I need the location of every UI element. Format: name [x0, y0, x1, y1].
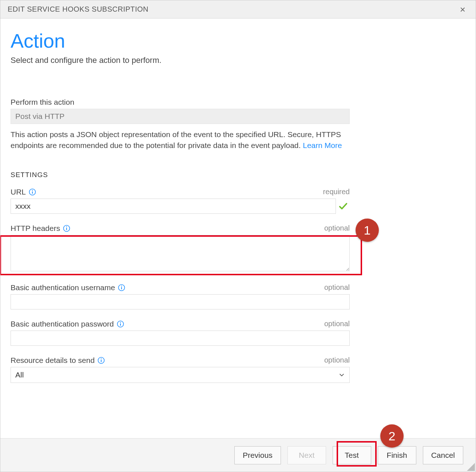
action-field: Perform this action Post via HTTP This a… [11, 98, 350, 151]
headers-hint: optional [324, 224, 350, 232]
info-icon[interactable] [118, 284, 125, 291]
page-title: Action [11, 29, 465, 52]
username-input[interactable] [11, 294, 350, 309]
svg-point-5 [66, 226, 67, 227]
username-field: Basic authentication username optional [11, 283, 350, 309]
svg-point-8 [121, 285, 122, 286]
info-icon[interactable] [29, 188, 36, 196]
finish-button[interactable]: Finish [378, 446, 416, 464]
password-label: Basic authentication password [11, 320, 114, 328]
info-icon[interactable] [117, 320, 124, 328]
resource-select[interactable]: All [11, 367, 350, 383]
svg-rect-13 [101, 360, 102, 362]
info-icon[interactable] [63, 225, 70, 232]
svg-rect-1 [32, 191, 33, 193]
info-icon[interactable] [98, 357, 105, 364]
url-hint: required [323, 188, 350, 196]
headers-field: HTTP headers optional [11, 224, 350, 273]
url-input[interactable] [11, 199, 336, 214]
cancel-button[interactable]: Cancel [423, 446, 463, 464]
checkmark-icon [338, 201, 348, 211]
close-icon[interactable]: × [457, 3, 468, 16]
password-input[interactable] [11, 331, 350, 346]
previous-button[interactable]: Previous [234, 446, 281, 464]
svg-rect-4 [66, 228, 67, 230]
action-description: This action posts a JSON object represen… [11, 129, 350, 151]
action-label: Perform this action [11, 98, 74, 107]
resource-label: Resource details to send [11, 356, 95, 365]
resource-hint: optional [324, 356, 350, 364]
resource-field: Resource details to send optional All [11, 356, 350, 383]
learn-more-link[interactable]: Learn More [303, 141, 342, 149]
resource-value: All [15, 371, 24, 379]
dialog-title: EDIT SERVICE HOOKS SUBSCRIPTION [8, 5, 148, 13]
test-button[interactable]: Test [333, 446, 371, 464]
titlebar: EDIT SERVICE HOOKS SUBSCRIPTION × [0, 0, 476, 19]
dialog: EDIT SERVICE HOOKS SUBSCRIPTION × Action… [0, 0, 476, 472]
url-field: URL required [11, 188, 350, 214]
svg-rect-10 [120, 323, 121, 325]
svg-point-2 [32, 190, 33, 191]
svg-rect-7 [121, 287, 122, 289]
next-button: Next [287, 446, 326, 464]
chevron-down-icon [338, 372, 345, 378]
password-hint: optional [324, 320, 350, 328]
username-hint: optional [324, 283, 350, 292]
headers-label: HTTP headers [11, 224, 60, 233]
settings-heading: SETTINGS [11, 171, 465, 179]
headers-textarea[interactable] [11, 235, 350, 271]
svg-point-11 [120, 322, 120, 323]
resize-grip[interactable] [467, 463, 475, 471]
password-field: Basic authentication password optional [11, 320, 350, 346]
dialog-footer: Previous Next Test Finish Cancel [0, 438, 476, 472]
annotation-callout-1: 1 [356, 219, 379, 242]
action-value: Post via HTTP [11, 109, 350, 124]
username-label: Basic authentication username [11, 283, 115, 292]
content-area[interactable]: Action Select and configure the action t… [0, 19, 476, 438]
page-subtitle: Select and configure the action to perfo… [11, 56, 465, 65]
action-description-text: This action posts a JSON object represen… [11, 130, 341, 149]
svg-point-14 [101, 358, 102, 359]
url-label: URL [11, 188, 26, 196]
